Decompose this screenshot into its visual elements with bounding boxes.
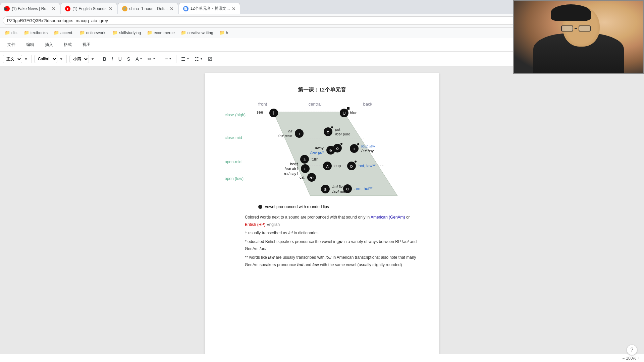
word-law2: law — [312, 262, 319, 267]
bookmark-ecommerce[interactable]: 📁 ecommerce — [145, 29, 177, 36]
tab-label-3: china_1 noun - Defi... — [129, 6, 168, 11]
menu-file-label: 文件 — [7, 42, 15, 48]
column-labels: front central back — [225, 102, 379, 107]
bullet-list-button[interactable]: ☰▼ — [179, 55, 191, 63]
vowel-ae: cat æ — [300, 173, 316, 182]
italic-button[interactable]: I — [110, 55, 115, 63]
glasses-bridge — [575, 28, 577, 29]
bookmark-textbooks[interactable]: 📁 textbooks — [22, 29, 50, 36]
help-button[interactable]: ? — [627, 345, 637, 355]
document-area: 文件 编辑 插入 格式 视图 正文 ▼ Calibri ▼ 小四 — [0, 38, 644, 362]
note-american: American (GenAm) — [371, 215, 405, 220]
legend-dot-icon — [258, 205, 262, 209]
label-back: back — [363, 102, 372, 107]
folder-icon: 📁 — [5, 30, 10, 35]
number-list-button[interactable]: ☷▼ — [193, 55, 205, 63]
diagram-row: close (high) close-mid open-mid open (lo… — [225, 109, 419, 199]
underline-button[interactable]: U — [116, 55, 124, 63]
vowel-circle-ae: æ — [307, 173, 316, 182]
font-color-button[interactable]: A▼ — [133, 55, 144, 63]
note-1: Colored words next to a sound are pronou… — [245, 214, 419, 228]
menu-edit[interactable]: 编辑 — [24, 41, 36, 49]
bookmark-onlinework[interactable]: 📁 onlinework. — [77, 29, 109, 36]
folder-icon-creative: 📁 — [181, 30, 186, 35]
vowel-circle-o: o — [333, 144, 342, 153]
tab-close-4[interactable]: ✕ — [232, 6, 236, 11]
tab-close-2[interactable]: ✕ — [109, 6, 113, 11]
strikethrough-button[interactable]: S — [125, 55, 132, 63]
dot-turned-a — [355, 161, 357, 163]
vowel-circle-epsilon: ɛ — [301, 164, 310, 173]
tab-icon-youtube2: ▶ — [65, 6, 70, 11]
menu-file[interactable]: 文件 — [5, 41, 17, 49]
bold-button[interactable]: B — [101, 55, 108, 63]
word-go: go — [337, 239, 342, 244]
zoom-in-button[interactable]: + — [638, 356, 640, 361]
folder-icon-skill: 📁 — [112, 30, 118, 35]
word-hot2: hot — [297, 262, 304, 267]
vowel-script-a: ɑ arm, hot** — [343, 184, 372, 193]
tab-china-noun[interactable]: 🔗 china_1 noun - Defi... ✕ — [118, 3, 178, 14]
tab-english-sounds[interactable]: ▶ (1) English Sounds ✕ — [61, 3, 117, 14]
tab-label-4: 12个单元音 · 腾讯文... — [191, 6, 230, 11]
separator-4 — [160, 55, 160, 63]
align-button[interactable]: ≡▼ — [163, 55, 173, 63]
word-arm: arm, hot** — [355, 186, 372, 191]
bookmark-label-textbooks: textbooks — [31, 31, 48, 35]
separator-2 — [66, 55, 67, 63]
status-bar: − 100% + — [0, 354, 644, 362]
bookmark-dic[interactable]: 📁 dic. — [3, 29, 20, 36]
vowel-o: o — [333, 144, 342, 153]
content-area: 文件 编辑 插入 格式 视图 正文 ▼ Calibri ▼ 小四 — [0, 38, 644, 362]
tab-fake-news[interactable]: ▶ (1) Fake News | Ru... ✕ — [0, 3, 60, 14]
word-blue: blue — [350, 111, 358, 115]
vowel-circle-upsilon: ʊ — [324, 127, 332, 136]
bookmark-h[interactable]: 📁 h — [217, 29, 230, 36]
vowel-i: i — [269, 109, 278, 117]
word-turn: turn — [312, 157, 319, 162]
tab-icon-link: 🔗 — [122, 6, 127, 11]
separator-5 — [176, 55, 176, 63]
separator-1 — [31, 55, 32, 63]
bookmark-label-dic: dic. — [11, 31, 18, 35]
tab-vowels-active[interactable]: 📄 12个单元音 · 腾讯文... ✕ — [179, 3, 240, 14]
zoom-out-button[interactable]: − — [622, 356, 625, 361]
bookmark-skillstudying[interactable]: 📁 skillstudying — [110, 29, 143, 36]
document-title: 第一课：12个单元音 — [225, 86, 419, 94]
menu-format[interactable]: 格式 — [62, 41, 74, 49]
tab-close-3[interactable]: ✕ — [170, 6, 174, 11]
highlight-button[interactable]: ✏▼ — [146, 55, 157, 63]
vowel-chart-container: front central back close (high) close-mi… — [225, 102, 419, 268]
vowel-circle-open-o: ɔ — [350, 144, 359, 153]
vowel-schwa-small-i: hit /ɪə/ near ɪ — [278, 129, 304, 138]
style-dropdown-arrow: ▼ — [24, 57, 28, 61]
vowel-upsilon: ʊ put/ʊə/ pure — [324, 127, 350, 137]
bookmark-label-ecommerce: ecommerce — [154, 31, 175, 35]
menu-edit-label: 编辑 — [26, 42, 34, 48]
vowel-u: U blue — [340, 109, 358, 117]
word-hit: hit /ɪə/ near — [278, 129, 292, 138]
label-central: central — [309, 102, 322, 107]
vowel-circle-i: i — [269, 109, 278, 117]
menu-view[interactable]: 视图 — [80, 41, 93, 49]
camera-overlay — [513, 0, 644, 74]
size-select[interactable]: 小四 — [69, 55, 89, 63]
tab-close-1[interactable]: ✕ — [52, 6, 56, 11]
word-law: law — [268, 255, 274, 260]
note-2: † usually transcribed as /e/ in dictiona… — [245, 230, 419, 237]
menu-format-label: 格式 — [64, 42, 72, 48]
font-select[interactable]: Calibri — [34, 55, 57, 63]
vowel-wedge: ʌ cup — [323, 162, 341, 170]
checklist-button[interactable]: ☑ — [206, 55, 214, 63]
bookmark-accent[interactable]: 📁 accent. — [52, 29, 75, 36]
menu-insert[interactable]: 插入 — [43, 41, 55, 49]
tab-label-1: (1) Fake News | Ru... — [12, 6, 50, 11]
bookmark-creativewriting[interactable]: 📁 creativewriting — [179, 29, 215, 36]
camera-video — [514, 1, 643, 73]
vowel-turned-script-a: ɒ hot, law** — [347, 162, 376, 170]
camera-glasses — [561, 25, 591, 32]
dot-o — [340, 143, 342, 145]
vowel-diagram: i see U blue — [257, 109, 411, 199]
style-select[interactable]: 正文 — [3, 55, 22, 63]
height-close-mid: close-mid — [225, 119, 257, 143]
